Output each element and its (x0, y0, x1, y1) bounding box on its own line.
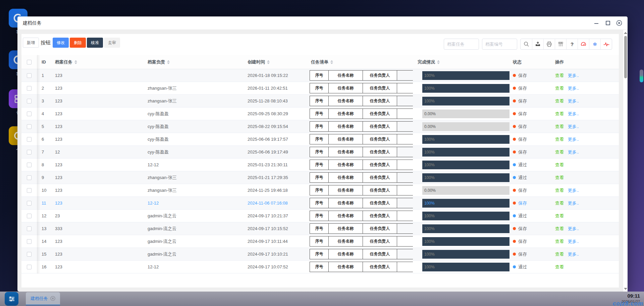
table-row[interactable]: 14 123 gadmin-流之云 2024-09-17 10:11:44 序号… (21, 235, 619, 248)
maximize-button[interactable] (605, 20, 611, 26)
view-link[interactable]: 查看 (555, 226, 564, 231)
row-checkbox[interactable] (27, 99, 32, 103)
view-link[interactable]: 查看 (555, 239, 564, 244)
view-link[interactable]: 查看 (555, 98, 564, 103)
view-link[interactable]: 查看 (555, 264, 564, 269)
col-tasklist[interactable]: 任务清单 (307, 59, 413, 65)
row-checkbox[interactable] (27, 73, 32, 78)
col-created[interactable]: 创建时间 (243, 59, 307, 65)
row-checkbox[interactable] (27, 188, 32, 193)
export-icon[interactable] (532, 39, 543, 49)
view-link[interactable]: 查看 (555, 162, 564, 167)
search-icon[interactable] (521, 39, 532, 49)
unaudit-button[interactable]: 去审 (104, 38, 120, 48)
view-link[interactable]: 查看 (555, 213, 564, 218)
row-checkbox[interactable] (27, 163, 32, 167)
snowflake-icon[interactable]: ❄ (589, 39, 600, 49)
more-link[interactable]: 更多.. (568, 226, 579, 231)
more-link[interactable]: 更多.. (568, 73, 579, 78)
row-checkbox[interactable] (27, 112, 32, 116)
more-link[interactable]: 更多.. (568, 201, 579, 206)
row-checkbox[interactable] (27, 124, 32, 129)
scroll-down-icon[interactable] (624, 288, 627, 290)
row-checkbox[interactable] (27, 175, 32, 180)
columns-icon[interactable] (555, 39, 566, 49)
view-link[interactable]: 查看 (555, 149, 564, 155)
more-link[interactable]: 更多.. (568, 239, 579, 244)
minimize-button[interactable] (593, 20, 599, 26)
view-link[interactable]: 查看 (555, 201, 564, 206)
table-row[interactable]: 11 123 12-12 2024-11-06 07:16:08 序号 任务名称… (21, 197, 619, 210)
edit-button[interactable]: 修改 (53, 38, 69, 48)
table-row[interactable]: 1 123 2026-01-18 09:15:22 序号 任务名称 任务负责人 … (21, 69, 619, 82)
table-row[interactable]: 9 123 zhangsan-张三 2025-01-21 17:29:35 序号… (21, 171, 619, 184)
delete-button[interactable]: 删除 (70, 38, 86, 48)
row-status: 保存 (508, 149, 550, 155)
view-link[interactable]: 查看 (555, 252, 564, 257)
row-checkbox[interactable] (27, 214, 32, 218)
archive-code-input[interactable] (482, 39, 517, 50)
more-link[interactable]: 更多.. (568, 137, 579, 142)
taskbar-settings-button[interactable] (5, 292, 18, 306)
row-checkbox[interactable] (27, 86, 32, 91)
view-link[interactable]: 查看 (555, 137, 564, 142)
scrollbar-thumb[interactable] (624, 36, 627, 78)
view-link[interactable]: 查看 (555, 175, 564, 180)
close-button[interactable] (616, 20, 622, 26)
col-progress[interactable]: 完成情况 (413, 59, 508, 65)
sort-icon[interactable] (167, 60, 170, 64)
table-row[interactable]: 16 123 12-12 2024-09-17 10:07:52 序号 任务名称… (21, 261, 619, 273)
col-task[interactable]: 档案任务 (50, 59, 143, 65)
table-row[interactable]: 13 333 gadmin-流之云 2024-09-17 10:15:52 序号… (21, 222, 619, 235)
more-link[interactable]: 更多.. (568, 98, 579, 103)
subtable-clipped-cell (397, 96, 413, 106)
table-row[interactable]: 3 123 zhangsan-张三 2025-11-28 08:10:43 序号… (21, 95, 619, 107)
table-row[interactable]: 12 23 gadmin-流之云 2024-09-17 10:21:37 序号 … (21, 210, 619, 222)
sort-icon[interactable] (267, 60, 270, 64)
row-checkbox[interactable] (27, 265, 32, 269)
help-icon[interactable]: ? (566, 39, 578, 49)
more-link[interactable]: 更多.. (568, 86, 579, 91)
more-link[interactable]: 更多.. (568, 252, 579, 257)
select-all-checkbox[interactable] (27, 60, 32, 64)
more-link[interactable]: 更多.. (568, 149, 579, 155)
pulse-icon[interactable] (600, 39, 612, 49)
edge-widget[interactable] (640, 70, 643, 82)
row-checkbox[interactable] (27, 252, 32, 257)
sort-icon[interactable] (74, 60, 77, 64)
table-row[interactable]: 10 123 zhangsan-张三 2024-11-25 19:46:18 序… (21, 184, 619, 197)
gauge-icon[interactable] (578, 39, 589, 49)
col-owner[interactable]: 档案负责 (143, 59, 243, 65)
row-checkbox[interactable] (27, 239, 32, 244)
view-link[interactable]: 查看 (555, 188, 564, 193)
more-link[interactable]: 更多.. (568, 111, 579, 116)
row-checkbox[interactable] (27, 226, 32, 231)
window-scrollbar[interactable] (623, 30, 628, 292)
row-checkbox[interactable] (27, 137, 32, 142)
more-link[interactable]: 更多.. (568, 124, 579, 129)
view-link[interactable]: 查看 (555, 124, 564, 129)
add-button[interactable]: 新增 (23, 38, 39, 48)
table-row[interactable]: 4 123 cyy-陈盈盈 2025-09-25 08:30:29 序号 任务名… (21, 107, 619, 120)
print-icon[interactable] (543, 39, 555, 49)
table-row[interactable]: 5 123 cyy-陈盈盈 2025-08-22 09:15:54 序号 任务名… (21, 120, 619, 133)
table-row[interactable]: 2 123 zhangsan-张三 2026-01-11 20:42:51 序号… (21, 82, 619, 95)
row-checkbox[interactable] (27, 150, 32, 155)
tab-close-icon[interactable] (50, 296, 55, 301)
more-link[interactable]: 更多.. (568, 188, 579, 193)
table-row[interactable]: 8 123 12-12 2025-01-23 21:30:11 序号 任务名称 … (21, 159, 619, 171)
view-link[interactable]: 查看 (555, 111, 564, 116)
scroll-up-icon[interactable] (624, 32, 627, 34)
row-checkbox[interactable] (27, 201, 32, 206)
row-progress-cell: 100% (413, 71, 508, 80)
archive-task-input[interactable] (444, 39, 479, 50)
table-row[interactable]: 15 123 gadmin-流之云 2024-09-17 10:10:21 序号… (21, 248, 619, 261)
taskbar-tab-archive-task[interactable]: 建档任务 (26, 292, 60, 305)
view-link[interactable]: 查看 (555, 86, 564, 91)
sort-icon[interactable] (437, 60, 440, 64)
sort-icon[interactable] (330, 60, 333, 64)
table-row[interactable]: 7 12 cyy-陈盈盈 2025-06-06 19:17:49 序号 任务名称… (21, 146, 619, 159)
approve-button[interactable]: 核准 (87, 38, 103, 48)
table-row[interactable]: 6 123 cyy-陈盈盈 2025-06-06 19:17:57 序号 任务名… (21, 133, 619, 146)
view-link[interactable]: 查看 (555, 73, 564, 78)
